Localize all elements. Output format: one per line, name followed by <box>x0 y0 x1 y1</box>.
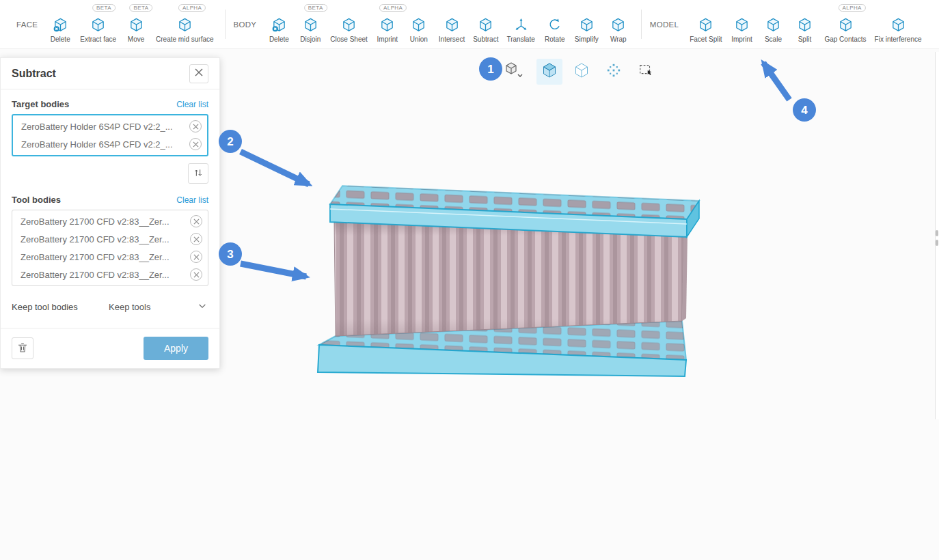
keep-tools-dropdown[interactable]: Keep tools <box>107 298 208 316</box>
toolbar-button-label: Delete <box>269 36 289 43</box>
toolbar-button-label: Wrap <box>610 36 627 43</box>
toolbar-group-model: MODEL Facet SplitImprintScaleSplitALPHAG… <box>649 0 926 48</box>
scrollbar-tick[interactable] <box>936 230 938 236</box>
battery-cells-shading <box>334 222 683 336</box>
toolbar-button-gap-contacts[interactable]: ALPHAGap Contacts <box>820 0 870 48</box>
toolbar-button-facet-split[interactable]: Facet Split <box>685 0 726 48</box>
body-list-item[interactable]: ZeroBattery 21700 CFD v2:83__Zer... <box>15 266 205 283</box>
target-bodies-label: Target bodies <box>12 99 69 109</box>
swap-arrows-icon <box>193 167 204 180</box>
box-select-icon <box>638 63 653 81</box>
body-list-item[interactable]: ZeroBattery 21700 CFD v2:83__Zer... <box>15 212 205 230</box>
vertices-icon <box>606 63 621 81</box>
toolbar-button-label: Imprint <box>731 36 752 43</box>
toolbar-button-simplify[interactable]: Simplify <box>571 0 603 48</box>
split-icon <box>797 16 813 33</box>
scrollbar-tick[interactable] <box>936 240 938 246</box>
badge-beta: BETA <box>92 4 115 12</box>
toolbar-group-label-face: FACE <box>16 20 38 29</box>
toolbar-button-fix-interference[interactable]: Fix interference <box>871 0 926 48</box>
toolbar-button-translate[interactable]: Translate <box>502 0 539 48</box>
toolbar-button-create-mid-surface[interactable]: ALPHACreate mid surface <box>152 0 217 48</box>
keep-tools-value: Keep tools <box>109 302 150 312</box>
panel-header: Subtract <box>1 58 219 89</box>
toolbar-button-move[interactable]: BETAMove <box>120 0 152 48</box>
view-shaded-button[interactable] <box>536 59 562 85</box>
create-mid-surface-icon <box>177 16 193 33</box>
render-mode-dropdown[interactable] <box>501 59 527 85</box>
remove-body-button[interactable] <box>190 251 202 263</box>
toolbar-button-split[interactable]: Split <box>789 0 820 48</box>
wrap-icon <box>610 16 626 33</box>
tool-bodies-list[interactable]: ZeroBattery 21700 CFD v2:83__Zer...ZeroB… <box>12 210 208 286</box>
translate-icon <box>513 16 529 33</box>
gap-contacts-icon <box>838 16 854 33</box>
view-toolbar <box>501 59 665 85</box>
toolbar-button-label: Imprint <box>377 36 398 43</box>
box-select-button[interactable] <box>633 59 659 85</box>
remove-body-button[interactable] <box>190 233 202 245</box>
body-name: ZeroBattery 21700 CFD v2:83__Zer... <box>21 216 185 227</box>
view-vertices-button[interactable] <box>601 59 627 85</box>
toolbar-button-label: Intersect <box>439 36 465 43</box>
delete-operation-button[interactable] <box>12 337 33 359</box>
toolbar-button-delete[interactable]: Delete <box>263 0 295 48</box>
view-hidden-line-button[interactable] <box>569 59 595 85</box>
target-bodies-list[interactable]: ZeroBattery Holder 6S4P CFD v2:2_...Zero… <box>12 114 208 156</box>
remove-body-button[interactable] <box>190 215 202 227</box>
toolbar-button-union[interactable]: Union <box>403 0 435 48</box>
subtract-panel: Subtract Target bodies Clear list ZeroBa… <box>0 57 220 369</box>
toolbar-button-scale[interactable]: Scale <box>757 0 789 48</box>
clear-tool-list-link[interactable]: Clear list <box>176 195 208 205</box>
rotate-icon <box>547 16 562 33</box>
toolbar-button-close-sheet[interactable]: Close Sheet <box>326 0 371 48</box>
toolbar-button-label: Rotate <box>545 36 564 43</box>
toolbar-button-delete[interactable]: Delete <box>44 0 76 48</box>
toolbar-button-imprint[interactable]: ALPHAImprint <box>372 0 403 48</box>
body-list-item[interactable]: ZeroBattery Holder 6S4P CFD v2:2_... <box>16 117 204 135</box>
remove-body-button[interactable] <box>189 120 202 132</box>
toolbar-button-label: Translate <box>506 36 534 43</box>
clear-target-list-link[interactable]: Clear list <box>176 100 208 109</box>
toolbar-button-rotate[interactable]: Rotate <box>539 0 571 48</box>
toolbar-button-subtract[interactable]: Subtract <box>469 0 502 48</box>
shaded-cube-icon <box>541 62 558 81</box>
toolbar-button-label: Move <box>128 36 144 43</box>
remove-body-button[interactable] <box>189 138 202 150</box>
extract-face-icon <box>90 16 106 33</box>
remove-body-button[interactable] <box>190 268 202 281</box>
imprint-model-icon <box>734 16 750 33</box>
chevron-down-icon <box>198 301 207 313</box>
swap-bodies-button[interactable] <box>188 163 208 184</box>
delete-body-icon <box>271 16 287 33</box>
toolbar-separator <box>225 10 226 39</box>
toolbar-button-label: Gap Contacts <box>824 36 866 43</box>
close-panel-button[interactable] <box>189 64 208 83</box>
body-list-item[interactable]: ZeroBattery 21700 CFD v2:83__Zer... <box>15 230 205 248</box>
toolbar-button-label: Facet Split <box>690 36 722 43</box>
body-list-item[interactable]: ZeroBattery Holder 6S4P CFD v2:2_... <box>16 135 204 153</box>
toolbar-button-wrap[interactable]: Wrap <box>603 0 634 48</box>
body-list-item[interactable]: ZeroBattery 21700 CFD v2:83__Zer... <box>15 248 205 266</box>
toolbar-button-imprint[interactable]: Imprint <box>726 0 757 48</box>
toolbar-button-label: Simplify <box>575 36 599 43</box>
toolbar-button-label: Fix interference <box>875 36 922 43</box>
top-toolbar: FACE DeleteBETAExtract faceBETAMoveALPHA… <box>0 0 939 49</box>
outline-cube-icon <box>573 62 590 81</box>
toolbar-group-body: BODY DeleteBETADisjoinClose SheetALPHAIm… <box>232 0 634 48</box>
apply-button[interactable]: Apply <box>144 337 208 360</box>
toolbar-button-intersect[interactable]: Intersect <box>435 0 469 48</box>
badge-beta: BETA <box>129 4 152 12</box>
badge-beta: BETA <box>304 4 327 12</box>
toolbar-group-label-body: BODY <box>234 20 257 29</box>
scale-icon <box>765 16 781 33</box>
close-sheet-icon <box>341 16 357 33</box>
toolbar-button-label: Subtract <box>473 36 498 43</box>
intersect-icon <box>444 16 460 33</box>
toolbar-button-extract-face[interactable]: BETAExtract face <box>76 0 120 48</box>
keep-tool-bodies-label: Keep tool bodies <box>12 302 78 312</box>
toolbar-button-disjoin[interactable]: BETADisjoin <box>295 0 326 48</box>
toolbar-button-label: Scale <box>765 36 782 43</box>
toolbar-button-label: Create mid surface <box>156 36 213 43</box>
trash-icon <box>16 341 29 356</box>
